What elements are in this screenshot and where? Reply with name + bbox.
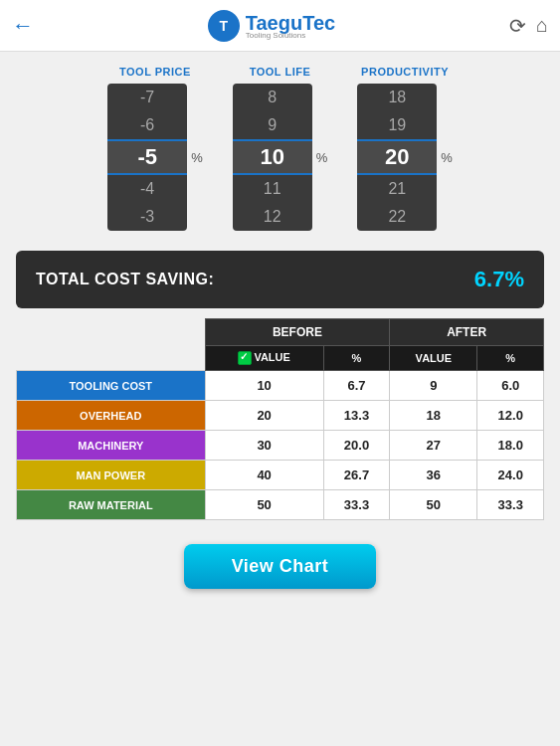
pct-header-after: % — [477, 346, 544, 371]
data-table-section: BEFORE AFTER VALUE % VALUE % TOOLING COS… — [16, 318, 544, 520]
data-cell: 12.0 — [477, 401, 544, 431]
spinners-section: TOOL PRICE -7 -6 -5 -4 -3 % TOOL LIFE 8 … — [0, 52, 560, 241]
data-cell: 18 — [390, 401, 477, 431]
spinner-item: -3 — [107, 203, 187, 231]
logo-name-part2: Tec — [302, 12, 335, 34]
logo-letter: T — [219, 18, 228, 34]
tool-price-spinner-group: TOOL PRICE -7 -6 -5 -4 -3 % — [107, 66, 203, 231]
pct-header-before: % — [323, 346, 390, 371]
tool-life-spinner-group: TOOL LIFE 8 9 10 11 12 % — [233, 66, 328, 231]
row-label: TOOLING COST — [17, 371, 206, 401]
data-cell: 13.3 — [323, 401, 390, 431]
tool-life-unit: % — [316, 150, 328, 165]
data-cell: 20 — [205, 401, 323, 431]
productivity-spinner-row: 18 19 20 21 22 % — [357, 84, 453, 231]
total-cost-saving-section: TOTAL COST SAVING: 6.7% — [16, 251, 544, 308]
value-header-after: VALUE — [390, 346, 477, 371]
app-header: ← T TaeguTec Tooling Solutions — [0, 0, 560, 52]
home-icon[interactable] — [536, 14, 548, 38]
data-cell: 9 — [390, 371, 477, 401]
view-chart-button[interactable]: View Chart — [184, 544, 377, 589]
logo: T TaeguTec Tooling Solutions — [208, 10, 335, 42]
table-row: MAN POWER4026.73624.0 — [17, 461, 544, 490]
cost-table: BEFORE AFTER VALUE % VALUE % TOOLING COS… — [16, 318, 544, 520]
refresh-icon[interactable] — [509, 14, 526, 38]
before-header: BEFORE — [205, 319, 390, 346]
data-cell: 20.0 — [323, 431, 390, 461]
tool-life-label: TOOL LIFE — [250, 66, 311, 78]
spinner-item: 21 — [357, 175, 437, 203]
data-cell: 10 — [205, 371, 323, 401]
logo-icon: T — [208, 10, 240, 42]
table-empty-sub-header — [17, 346, 206, 371]
tool-price-unit: % — [191, 150, 203, 165]
data-cell: 24.0 — [477, 461, 544, 490]
spinner-item-active: 10 — [233, 139, 312, 175]
productivity-spinner-group: PRODUCTIVITY 18 19 20 21 22 % — [357, 66, 453, 231]
after-header: AFTER — [390, 319, 544, 346]
data-cell: 50 — [205, 490, 323, 520]
spinner-item: -4 — [107, 175, 187, 203]
spinner-item-active: 20 — [357, 139, 437, 175]
spinner-item: 12 — [233, 203, 312, 231]
row-label: MACHINERY — [17, 431, 206, 461]
row-label: OVERHEAD — [17, 401, 206, 431]
data-cell: 33.3 — [323, 490, 390, 520]
spinner-item: 9 — [233, 111, 312, 139]
total-cost-label: TOTAL COST SAVING: — [36, 271, 214, 288]
tool-life-spinner-row: 8 9 10 11 12 % — [233, 84, 328, 231]
spinner-item: 11 — [233, 175, 312, 203]
data-cell: 26.7 — [323, 461, 390, 490]
table-row: OVERHEAD2013.31812.0 — [17, 401, 544, 431]
data-cell: 40 — [205, 461, 323, 490]
spinner-item: 18 — [357, 84, 437, 111]
value-checkbox-icon — [238, 351, 252, 365]
spinner-item: 22 — [357, 203, 437, 231]
row-label: RAW MATERIAL — [17, 490, 206, 520]
row-label: MAN POWER — [17, 461, 206, 490]
data-cell: 18.0 — [477, 431, 544, 461]
data-cell: 30 — [205, 431, 323, 461]
value-header-before: VALUE — [205, 346, 323, 371]
spinner-item: 8 — [233, 84, 312, 111]
tool-life-drum[interactable]: 8 9 10 11 12 — [233, 84, 312, 231]
data-cell: 50 — [390, 490, 477, 520]
back-button[interactable]: ← — [12, 13, 34, 39]
table-row: RAW MATERIAL5033.35033.3 — [17, 490, 544, 520]
table-empty-header — [17, 319, 206, 346]
data-cell: 6.0 — [477, 371, 544, 401]
spinner-item-active: -5 — [107, 139, 187, 175]
productivity-drum[interactable]: 18 19 20 21 22 — [357, 84, 437, 231]
tool-price-spinner-row: -7 -6 -5 -4 -3 % — [107, 84, 203, 231]
spinner-item: -7 — [107, 84, 187, 111]
tool-price-drum[interactable]: -7 -6 -5 -4 -3 — [107, 84, 187, 231]
spinner-item: 19 — [357, 111, 437, 139]
total-cost-value: 6.7% — [474, 267, 524, 292]
table-row: MACHINERY3020.02718.0 — [17, 431, 544, 461]
table-row: TOOLING COST106.796.0 — [17, 371, 544, 401]
data-cell: 6.7 — [323, 371, 390, 401]
spinner-item: -6 — [107, 111, 187, 139]
view-chart-section: View Chart — [0, 530, 560, 599]
productivity-unit: % — [441, 150, 453, 165]
tool-price-label: TOOL PRICE — [119, 66, 191, 78]
productivity-label: PRODUCTIVITY — [361, 66, 449, 78]
header-actions — [509, 14, 548, 38]
data-cell: 36 — [390, 461, 477, 490]
data-cell: 27 — [390, 431, 477, 461]
data-cell: 33.3 — [477, 490, 544, 520]
